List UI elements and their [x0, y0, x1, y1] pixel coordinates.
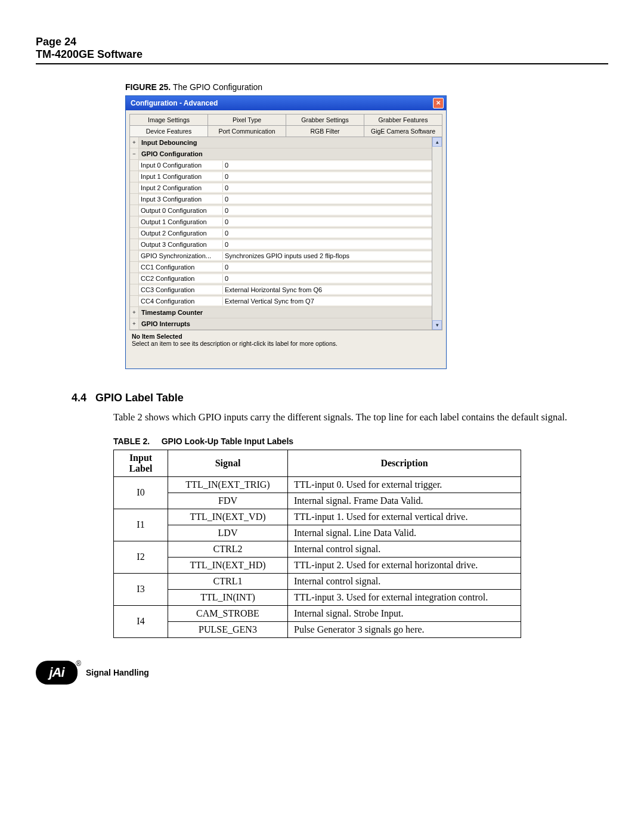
property-value[interactable]: 0	[223, 206, 432, 215]
property-row[interactable]: Output 0 Configuration0	[130, 205, 432, 216]
property-value[interactable]: 0	[223, 184, 432, 192]
footer-label: Signal Handling	[86, 668, 149, 677]
expander-icon[interactable]: +	[130, 137, 139, 148]
table-row: TTL_IN(INT)TTL-input 3. Used for externa…	[114, 589, 521, 605]
section-timestamp[interactable]: +Timestamp Counter	[130, 307, 432, 318]
cell-signal: TTL_IN(EXT_VD)	[168, 509, 288, 525]
table-caption: TABLE 2. GPIO Look-Up Table Input Labels	[113, 436, 608, 446]
property-value[interactable]: Synchronizes GPIO inputs used 2 flip-flo…	[223, 252, 432, 260]
gpio-lookup-table: Input Label Signal Description I0TTL_IN(…	[113, 450, 521, 638]
logo-text: jAi	[49, 665, 64, 680]
registered-mark: ®	[76, 659, 81, 668]
section-heading: 4.4 GPIO Label Table	[72, 392, 608, 404]
cell-signal: CTRL2	[168, 541, 288, 557]
table-row: PULSE_GEN3Pulse Generator 3 signals go h…	[114, 621, 521, 637]
property-name: Output 0 Configuration	[139, 206, 223, 215]
scrollbar[interactable]: ▴ ▾	[432, 137, 442, 330]
property-row[interactable]: Input 2 Configuration0	[130, 182, 432, 194]
th-signal: Signal	[168, 450, 288, 476]
property-value[interactable]: External Horizontal Sync from Q6	[223, 286, 432, 294]
table-row: I2CTRL2Internal control signal.	[114, 541, 521, 557]
scroll-up-icon[interactable]: ▴	[432, 137, 442, 147]
property-row[interactable]: Input 1 Configuration0	[130, 171, 432, 182]
section-number: 4.4	[72, 392, 86, 404]
property-row[interactable]: Input 0 Configuration0	[130, 160, 432, 171]
property-value[interactable]: 0	[223, 274, 432, 283]
table-row: FDVInternal signal. Frame Data Valid.	[114, 493, 521, 509]
cell-description: TTL-input 3. Used for external integrati…	[288, 589, 521, 605]
property-row[interactable]: CC1 Configuration0	[130, 262, 432, 273]
table-row: I4CAM_STROBEInternal signal. Strobe Inpu…	[114, 605, 521, 621]
property-name: CC3 Configuration	[139, 286, 223, 294]
property-value[interactable]: 0	[223, 161, 432, 169]
property-row[interactable]: CC4 ConfigurationExternal Vertical Sync …	[130, 296, 432, 307]
table-row: I3CTRL1Internal control signal.	[114, 573, 521, 589]
row-gutter	[130, 228, 139, 239]
expander-icon[interactable]: +	[130, 318, 139, 329]
page-header: Page 24 TM-4200GE Software	[36, 36, 608, 64]
property-value[interactable]: External Vertical Sync from Q7	[223, 297, 432, 305]
section-interrupts[interactable]: +GPIO Interrupts	[130, 318, 432, 330]
property-row[interactable]: CC3 ConfigurationExternal Horizontal Syn…	[130, 284, 432, 296]
property-value[interactable]: 0	[223, 195, 432, 203]
description-text: Select an item to see its description or…	[132, 340, 440, 347]
property-value[interactable]: 0	[223, 218, 432, 226]
jai-logo: jAi ®	[36, 661, 78, 685]
cell-input-label: I0	[114, 476, 168, 509]
expander-icon[interactable]: +	[130, 307, 139, 318]
property-value[interactable]: 0	[223, 229, 432, 237]
cell-signal: PULSE_GEN3	[168, 621, 288, 637]
figure-title: The GPIO Configuration	[171, 82, 262, 92]
close-icon[interactable]: ✕	[433, 98, 444, 109]
tab-port-communication[interactable]: Port Communication	[208, 125, 286, 137]
property-name: Input 2 Configuration	[139, 184, 223, 192]
table-row: I1TTL_IN(EXT_VD)TTL-input 1. Used for ex…	[114, 509, 521, 525]
property-row[interactable]: Output 3 Configuration0	[130, 239, 432, 250]
tab-grabber-features[interactable]: Grabber Features	[364, 114, 442, 125]
scroll-down-icon[interactable]: ▾	[432, 320, 442, 330]
section-label: GPIO Interrupts	[139, 320, 190, 327]
description-title: No Item Selected	[132, 333, 440, 340]
property-row[interactable]: GPIO Synchronization...Synchronizes GPIO…	[130, 250, 432, 262]
property-row[interactable]: CC2 Configuration0	[130, 273, 432, 284]
th-input-label: Input Label	[114, 450, 168, 476]
section-label: Timestamp Counter	[139, 309, 203, 316]
property-value[interactable]: 0	[223, 263, 432, 271]
property-name: CC4 Configuration	[139, 297, 223, 305]
row-gutter	[130, 160, 139, 171]
property-value[interactable]: 0	[223, 240, 432, 249]
tab-rgb-filter[interactable]: RGB Filter	[286, 125, 364, 137]
cell-signal: TTL_IN(INT)	[168, 589, 288, 605]
tab-gige-camera-software[interactable]: GigE Camera Software	[364, 125, 442, 137]
property-value[interactable]: 0	[223, 172, 432, 181]
row-gutter	[130, 194, 139, 205]
cell-signal: CTRL1	[168, 573, 288, 589]
cell-input-label: I2	[114, 541, 168, 573]
page-number: Page 24	[36, 36, 608, 48]
table-title: GPIO Look-Up Table Input Labels	[162, 436, 293, 446]
cell-input-label: I4	[114, 605, 168, 637]
row-gutter	[130, 216, 139, 227]
property-row[interactable]: Output 2 Configuration0	[130, 228, 432, 239]
property-name: Output 1 Configuration	[139, 218, 223, 226]
cell-description: Internal control signal.	[288, 541, 521, 557]
expander-icon[interactable]: −	[130, 148, 139, 159]
section-debounce[interactable]: +Input Debouncing	[130, 137, 432, 148]
cell-description: Internal signal. Frame Data Valid.	[288, 493, 521, 509]
property-row[interactable]: Output 1 Configuration0	[130, 216, 432, 228]
cell-signal: TTL_IN(EXT_TRIG)	[168, 476, 288, 493]
tab-device-features[interactable]: Device Features	[129, 125, 208, 137]
cell-signal: FDV	[168, 493, 288, 509]
section-gpio[interactable]: −GPIO Configuration	[130, 148, 432, 160]
property-row[interactable]: Input 3 Configuration0	[130, 194, 432, 205]
property-name: GPIO Synchronization...	[139, 252, 223, 260]
row-gutter	[130, 250, 139, 261]
cell-input-label: I3	[114, 573, 168, 605]
row-gutter	[130, 296, 139, 306]
tab-pixel-type[interactable]: Pixel Type	[208, 114, 286, 125]
tab-grabber-settings[interactable]: Grabber Settings	[286, 114, 364, 125]
tab-image-settings[interactable]: Image Settings	[129, 114, 208, 125]
tab-row-2: Device Features Port Communication RGB F…	[129, 125, 442, 137]
property-name: Input 0 Configuration	[139, 161, 223, 169]
dialog-titlebar[interactable]: Configuration - Advanced ✕	[126, 96, 446, 110]
